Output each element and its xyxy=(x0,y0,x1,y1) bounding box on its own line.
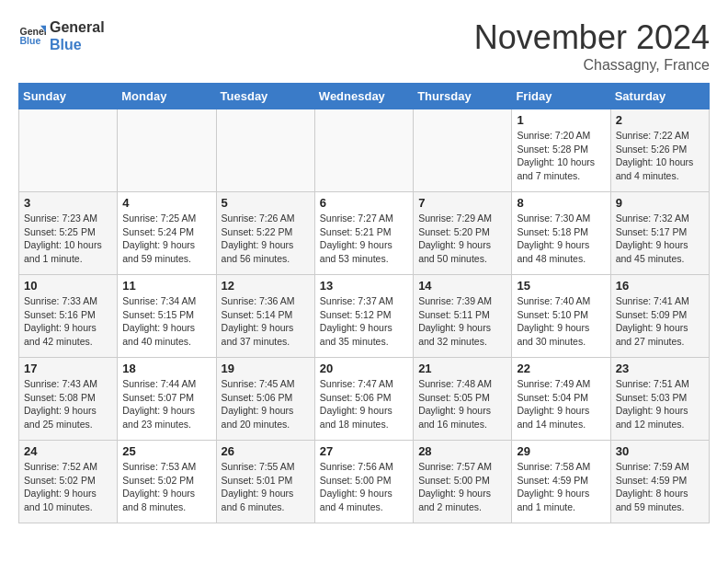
day-info: Sunrise: 7:30 AM Sunset: 5:18 PM Dayligh… xyxy=(517,212,605,266)
calendar-cell-w5-d5: 29Sunrise: 7:58 AM Sunset: 4:59 PM Dayli… xyxy=(512,441,610,523)
day-info: Sunrise: 7:55 AM Sunset: 5:01 PM Dayligh… xyxy=(222,460,310,514)
day-info: Sunrise: 7:26 AM Sunset: 5:22 PM Dayligh… xyxy=(222,212,310,266)
day-number: 24 xyxy=(24,444,112,458)
calendar-cell-w4-d2: 19Sunrise: 7:45 AM Sunset: 5:06 PM Dayli… xyxy=(216,358,314,441)
day-number: 9 xyxy=(616,196,704,210)
day-info: Sunrise: 7:43 AM Sunset: 5:08 PM Dayligh… xyxy=(24,377,112,431)
day-number: 30 xyxy=(616,444,704,458)
calendar-cell-w2-d1: 4Sunrise: 7:25 AM Sunset: 5:24 PM Daylig… xyxy=(118,192,216,275)
day-info: Sunrise: 7:34 AM Sunset: 5:15 PM Dayligh… xyxy=(122,294,210,349)
page-header: General Blue General Blue November 2024 … xyxy=(18,18,710,74)
location: Chassagny, France xyxy=(474,57,710,74)
header-tuesday: Tuesday xyxy=(216,84,314,109)
day-info: Sunrise: 7:58 AM Sunset: 4:59 PM Dayligh… xyxy=(517,460,605,514)
svg-text:Blue: Blue xyxy=(20,35,41,46)
day-number: 28 xyxy=(418,444,506,458)
day-info: Sunrise: 7:41 AM Sunset: 5:09 PM Dayligh… xyxy=(616,294,704,349)
day-info: Sunrise: 7:33 AM Sunset: 5:16 PM Dayligh… xyxy=(24,294,112,349)
calendar-cell-w1-d2 xyxy=(216,109,314,192)
calendar-cell-w3-d2: 12Sunrise: 7:36 AM Sunset: 5:14 PM Dayli… xyxy=(216,275,314,358)
day-info: Sunrise: 7:47 AM Sunset: 5:06 PM Dayligh… xyxy=(320,377,408,431)
calendar-cell-w3-d6: 16Sunrise: 7:41 AM Sunset: 5:09 PM Dayli… xyxy=(610,275,709,358)
calendar-cell-w3-d1: 11Sunrise: 7:34 AM Sunset: 5:15 PM Dayli… xyxy=(118,275,216,358)
day-info: Sunrise: 7:53 AM Sunset: 5:02 PM Dayligh… xyxy=(122,460,210,514)
calendar-cell-w2-d6: 9Sunrise: 7:32 AM Sunset: 5:17 PM Daylig… xyxy=(610,192,709,275)
logo-line1: General xyxy=(50,18,105,36)
calendar-cell-w1-d0 xyxy=(19,109,118,192)
day-number: 19 xyxy=(222,362,310,375)
day-number: 21 xyxy=(418,362,506,375)
day-info: Sunrise: 7:52 AM Sunset: 5:02 PM Dayligh… xyxy=(24,460,112,514)
header-monday: Monday xyxy=(118,84,216,109)
calendar-cell-w3-d0: 10Sunrise: 7:33 AM Sunset: 5:16 PM Dayli… xyxy=(19,275,118,358)
day-number: 15 xyxy=(517,279,605,293)
day-number: 22 xyxy=(517,362,605,375)
day-number: 13 xyxy=(320,279,408,293)
calendar-cell-w4-d3: 20Sunrise: 7:47 AM Sunset: 5:06 PM Dayli… xyxy=(314,358,413,441)
day-info: Sunrise: 7:49 AM Sunset: 5:04 PM Dayligh… xyxy=(517,377,605,431)
calendar-cell-w5-d6: 30Sunrise: 7:59 AM Sunset: 4:59 PM Dayli… xyxy=(610,441,709,523)
header-friday: Friday xyxy=(512,84,610,109)
day-info: Sunrise: 7:23 AM Sunset: 5:25 PM Dayligh… xyxy=(24,212,112,266)
calendar-cell-w2-d4: 7Sunrise: 7:29 AM Sunset: 5:20 PM Daylig… xyxy=(414,192,512,275)
calendar-week-5: 24Sunrise: 7:52 AM Sunset: 5:02 PM Dayli… xyxy=(19,441,710,523)
day-info: Sunrise: 7:29 AM Sunset: 5:20 PM Dayligh… xyxy=(418,212,506,266)
calendar-cell-w4-d1: 18Sunrise: 7:44 AM Sunset: 5:07 PM Dayli… xyxy=(118,358,216,441)
calendar-cell-w4-d0: 17Sunrise: 7:43 AM Sunset: 5:08 PM Dayli… xyxy=(19,358,118,441)
calendar-cell-w3-d3: 13Sunrise: 7:37 AM Sunset: 5:12 PM Dayli… xyxy=(314,275,413,358)
day-number: 2 xyxy=(616,113,704,127)
calendar-cell-w5-d4: 28Sunrise: 7:57 AM Sunset: 5:00 PM Dayli… xyxy=(414,441,512,523)
calendar-cell-w2-d5: 8Sunrise: 7:30 AM Sunset: 5:18 PM Daylig… xyxy=(512,192,610,275)
day-info: Sunrise: 7:40 AM Sunset: 5:10 PM Dayligh… xyxy=(517,294,605,349)
day-info: Sunrise: 7:44 AM Sunset: 5:07 PM Dayligh… xyxy=(122,377,210,431)
day-info: Sunrise: 7:32 AM Sunset: 5:17 PM Dayligh… xyxy=(616,212,704,266)
header-thursday: Thursday xyxy=(414,84,512,109)
day-number: 3 xyxy=(24,196,112,210)
calendar-cell-w5-d3: 27Sunrise: 7:56 AM Sunset: 5:00 PM Dayli… xyxy=(314,441,413,523)
calendar-cell-w2-d3: 6Sunrise: 7:27 AM Sunset: 5:21 PM Daylig… xyxy=(314,192,413,275)
calendar-cell-w1-d4 xyxy=(414,109,512,192)
day-number: 8 xyxy=(517,196,605,210)
calendar-cell-w4-d5: 22Sunrise: 7:49 AM Sunset: 5:04 PM Dayli… xyxy=(512,358,610,441)
day-info: Sunrise: 7:57 AM Sunset: 5:00 PM Dayligh… xyxy=(418,460,506,514)
calendar-cell-w2-d2: 5Sunrise: 7:26 AM Sunset: 5:22 PM Daylig… xyxy=(216,192,314,275)
day-number: 25 xyxy=(122,444,210,458)
day-info: Sunrise: 7:39 AM Sunset: 5:11 PM Dayligh… xyxy=(418,294,506,349)
day-number: 23 xyxy=(616,362,704,375)
day-info: Sunrise: 7:36 AM Sunset: 5:14 PM Dayligh… xyxy=(222,294,310,349)
calendar-cell-w2-d0: 3Sunrise: 7:23 AM Sunset: 5:25 PM Daylig… xyxy=(19,192,118,275)
calendar-week-1: 1Sunrise: 7:20 AM Sunset: 5:28 PM Daylig… xyxy=(19,109,710,192)
header-wednesday: Wednesday xyxy=(314,84,413,109)
calendar-cell-w5-d0: 24Sunrise: 7:52 AM Sunset: 5:02 PM Dayli… xyxy=(19,441,118,523)
day-number: 26 xyxy=(222,444,310,458)
header-saturday: Saturday xyxy=(610,84,709,109)
day-number: 17 xyxy=(24,362,112,375)
day-info: Sunrise: 7:20 AM Sunset: 5:28 PM Dayligh… xyxy=(517,129,605,183)
day-number: 11 xyxy=(122,279,210,293)
calendar-cell-w1-d6: 2Sunrise: 7:22 AM Sunset: 5:26 PM Daylig… xyxy=(610,109,709,192)
day-number: 10 xyxy=(24,279,112,293)
day-info: Sunrise: 7:25 AM Sunset: 5:24 PM Dayligh… xyxy=(122,212,210,266)
calendar-week-3: 10Sunrise: 7:33 AM Sunset: 5:16 PM Dayli… xyxy=(19,275,710,358)
calendar-table: Sunday Monday Tuesday Wednesday Thursday… xyxy=(18,83,710,523)
day-number: 29 xyxy=(517,444,605,458)
calendar-week-4: 17Sunrise: 7:43 AM Sunset: 5:08 PM Dayli… xyxy=(19,358,710,441)
month-title: November 2024 xyxy=(474,18,710,57)
calendar-cell-w4-d4: 21Sunrise: 7:48 AM Sunset: 5:05 PM Dayli… xyxy=(414,358,512,441)
calendar-cell-w1-d3 xyxy=(314,109,413,192)
day-info: Sunrise: 7:45 AM Sunset: 5:06 PM Dayligh… xyxy=(222,377,310,431)
calendar-cell-w5-d2: 26Sunrise: 7:55 AM Sunset: 5:01 PM Dayli… xyxy=(216,441,314,523)
calendar-cell-w3-d5: 15Sunrise: 7:40 AM Sunset: 5:10 PM Dayli… xyxy=(512,275,610,358)
day-number: 16 xyxy=(616,279,704,293)
calendar-cell-w4-d6: 23Sunrise: 7:51 AM Sunset: 5:03 PM Dayli… xyxy=(610,358,709,441)
calendar-header-row: Sunday Monday Tuesday Wednesday Thursday… xyxy=(19,84,710,109)
day-number: 4 xyxy=(122,196,210,210)
day-info: Sunrise: 7:48 AM Sunset: 5:05 PM Dayligh… xyxy=(418,377,506,431)
day-info: Sunrise: 7:37 AM Sunset: 5:12 PM Dayligh… xyxy=(320,294,408,349)
day-number: 14 xyxy=(418,279,506,293)
calendar-cell-w1-d5: 1Sunrise: 7:20 AM Sunset: 5:28 PM Daylig… xyxy=(512,109,610,192)
day-info: Sunrise: 7:27 AM Sunset: 5:21 PM Dayligh… xyxy=(320,212,408,266)
calendar-week-2: 3Sunrise: 7:23 AM Sunset: 5:25 PM Daylig… xyxy=(19,192,710,275)
day-info: Sunrise: 7:59 AM Sunset: 4:59 PM Dayligh… xyxy=(616,460,704,514)
day-number: 27 xyxy=(320,444,408,458)
